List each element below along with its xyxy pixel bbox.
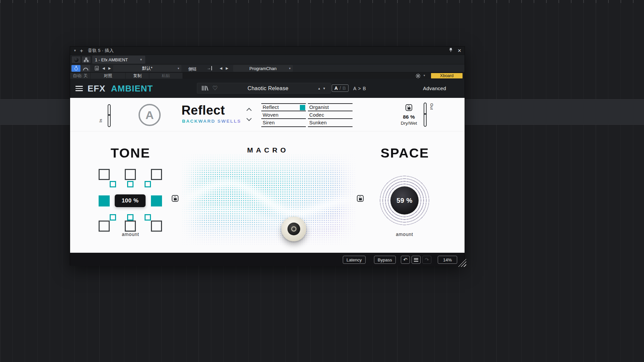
copy-button[interactable]: 复制 [126,73,149,79]
plugin-brand: EFX AMBIENT [88,84,153,93]
window-title: 音轨 5 · 插入 [88,48,114,54]
sidechain-label[interactable]: 侧链 [188,66,197,72]
lock-icon [359,198,362,200]
insert-slot-row: 1 - Efx AMBIENT ▼ [70,55,465,64]
drywet-lock-button[interactable] [406,104,412,111]
ab-b-label: B [342,85,346,91]
xboard-button[interactable]: Xboard [431,73,463,78]
lock-icon [408,107,411,110]
space-knob[interactable]: 59 % [390,186,419,215]
slot-caret-icon: ▼ [140,58,143,61]
bypass-arc-icon [83,68,88,70]
settings-caret-icon[interactable]: ▼ [423,74,426,77]
preset-name[interactable]: Chaotic Release [223,85,313,92]
plugin-header: EFX AMBIENT ♡ Chaotic Release ▲ ▼ A / B … [70,79,465,98]
tone-lock-button[interactable] [172,195,178,202]
undo-button[interactable]: ↶ [401,256,410,264]
tone-square-small [110,181,116,187]
drywet-label: Dry/Wet [397,121,421,126]
history-menu-icon [414,257,418,262]
insert-power-button[interactable] [71,65,80,72]
program-dropdown[interactable]: ProgramChan ▼ [233,65,293,72]
algorithm-down-chevron[interactable] [247,116,252,121]
tone-title: TONE [106,146,155,161]
algorithm-item-label: Woven [263,112,278,118]
tone-square-filled [151,195,162,206]
slot-activate-button[interactable] [71,56,81,63]
preset-next-button[interactable]: ▶ [108,66,111,71]
redo-button[interactable]: ↷ [422,256,431,264]
latency-button[interactable]: Latency [343,256,366,264]
add-insert-icon[interactable]: + [80,48,83,54]
tone-square-filled [99,195,110,206]
close-icon[interactable]: × [458,47,461,54]
macro-wave-overlay [181,154,356,245]
tone-square-small [127,214,133,221]
paste-button[interactable]: 粘贴 [149,73,182,79]
algorithm-item-codec[interactable]: Codec [308,111,353,119]
preset-caret-icon: ▼ [177,67,180,70]
preset-up-icon[interactable]: ▲ [318,87,321,90]
history-menu-button[interactable] [412,256,421,264]
automation-mode-button[interactable]: 自动: 关 [70,73,90,79]
macro-lock-button[interactable] [357,195,364,202]
tone-square-small [110,214,116,221]
algorithm-item-organist[interactable]: Organist [308,103,353,111]
tone-square-small [145,214,151,221]
input-level-fader[interactable] [108,104,111,127]
timeline-ruler[interactable] [0,0,644,3]
drywet-value[interactable]: 86 % [397,114,421,120]
ab-toggle[interactable]: A / B [332,84,348,92]
favorite-heart-icon[interactable]: ♡ [212,85,218,92]
space-title: SPACE [375,146,435,161]
power-icon [74,67,78,70]
compare-button[interactable]: 对照 [91,73,125,79]
a-to-b-copy-button[interactable]: A > B [353,86,366,91]
algorithm-item-siren[interactable]: Siren [261,119,306,127]
routing-button[interactable] [82,56,91,63]
gear-icon [416,73,421,78]
bypass-button[interactable]: Bypass [374,256,396,264]
preset-library-icon[interactable] [202,85,208,92]
algorithm-item-label: Reflect [263,104,279,110]
advanced-button[interactable]: Advanced [423,85,455,91]
slot-state-icon [74,58,78,62]
plugin-slot-selector[interactable]: 1 - Efx AMBIENT ▼ [92,56,145,64]
tone-amount-value[interactable]: 100 % [115,194,146,207]
algorithm-title: Reflect [181,103,225,118]
algorithm-up-chevron[interactable] [247,108,252,113]
plugin-slot-label: 1 - Efx AMBIENT [95,57,140,62]
algorithm-item-label: Siren [263,120,275,125]
window-menu-caret-icon[interactable]: ▼ [73,49,76,52]
plugin-footer: Latency Bypass ↶ ↷ 14% [70,253,465,266]
output-label: Out [430,103,434,110]
macro-knob[interactable] [281,217,306,241]
macro-visualization [181,154,356,245]
algorithm-item-woven[interactable]: Woven [261,111,306,119]
preset-name-dropdown[interactable]: 默认* ▼ [113,65,181,72]
program-next-button[interactable]: ▶ [226,66,228,71]
algorithm-item-sunken[interactable]: Sunken [308,119,353,127]
algorithm-item-label: Organist [309,104,329,110]
preset-name-value: 默认* [142,65,152,71]
ab-a-label: A [334,85,338,91]
insert-bypass-button[interactable] [81,65,90,72]
tone-square [125,169,136,180]
program-prev-button[interactable]: ◀ [220,66,222,71]
pin-icon[interactable] [449,48,453,54]
cpu-zoom-value[interactable]: 14% [438,256,457,264]
tone-square [99,221,110,232]
settings-gear-button[interactable] [415,73,421,78]
route-to-end-icon[interactable]: → [207,66,212,70]
input-label: In [99,119,103,122]
output-level-fader[interactable] [424,103,427,127]
preset-down-icon[interactable]: ▼ [323,87,326,90]
algorithm-item-reflect[interactable]: Reflect [261,103,306,111]
brand-ambient: AMBIENT [111,83,153,94]
algorithm-row: Siren Sunken [261,119,353,127]
program-value: ProgramChan [250,66,277,71]
hamburger-menu-icon[interactable] [75,86,83,91]
preset-prev-button[interactable]: ◀ [102,66,105,71]
header-separator [70,131,465,131]
preset-file-icon[interactable] [95,66,99,70]
